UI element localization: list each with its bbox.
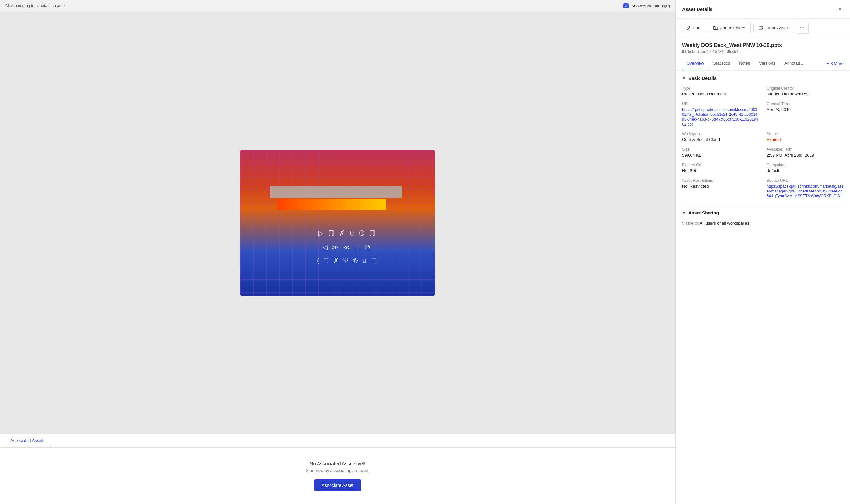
campaigns-label: Campaigns [767, 163, 844, 167]
clone-icon [759, 25, 763, 30]
type-label: Type [682, 86, 759, 91]
drag-hint-text: Click and drag to annotate an area [5, 3, 65, 8]
field-size: Size 599.04 KB [682, 147, 759, 158]
add-to-folder-button[interactable]: Add to Folder [708, 23, 750, 33]
asset-preview-container: ▷ ℿ ✗ ∪ ® ℿ ◁ ≫ ≪ ℿ ℗ ⟨ ℿ ✗ Ψ ® ∪ ℿ [0, 12, 675, 434]
status-label: Status [767, 132, 844, 136]
size-value: 599.04 KB [682, 153, 759, 158]
detail-tabs: Overview Statistics Notes Versions Annot… [675, 57, 850, 71]
field-source-url: Source URL https://space-qa4.sprinklr.co… [767, 178, 844, 198]
created-time-value: Apr 23, 2019 [767, 107, 844, 112]
close-button[interactable]: × [836, 5, 844, 13]
size-label: Size [682, 147, 759, 152]
url-label: URL [682, 102, 759, 106]
original-creator-label: Original Creator [767, 86, 844, 91]
tab-annotations[interactable]: Annotati... [780, 57, 808, 70]
asset-restrictions-value: Not Restricted [682, 184, 759, 188]
visible-to-value: All users of all workspaces [700, 221, 749, 226]
panel-title: Asset Details [682, 6, 712, 12]
workspace-label: Workspace [682, 132, 759, 136]
right-panel: Asset Details × Edit Add to Folder Clone… [675, 0, 850, 504]
campaigns-value: default [767, 168, 844, 173]
details-content: ▼ Basic Details Type Presentation Docume… [675, 71, 850, 504]
tab-versions[interactable]: Versions [755, 57, 780, 70]
annotation-bar: Click and drag to annotate an area ✓ Sho… [0, 0, 675, 12]
sharing-toggle-icon[interactable]: ▼ [682, 211, 686, 215]
workspace-value: Core & Social Cloud [682, 137, 759, 142]
more-options-button[interactable]: ··· [796, 22, 809, 34]
more-tabs-button[interactable]: + 3 More [827, 57, 844, 70]
field-original-creator: Original Creator sandeep karnawat PA1 [767, 86, 844, 96]
slide-symbols-2: ◁ ≫ ≪ ℿ ℗ [270, 243, 425, 251]
tab-associated-assets[interactable]: Associated Assets [5, 434, 50, 447]
tab-statistics[interactable]: Statistics [709, 57, 734, 70]
status-value: Expired [767, 137, 844, 142]
field-available-from: Available From 2:37 PM, April 23rd, 2019 [767, 147, 844, 158]
slide-symbols-3: ⟨ ℿ ✗ Ψ ® ∪ ℿ [270, 257, 425, 265]
bottom-tabs-row: Associated Assets [0, 434, 675, 448]
slide-bar-gray [270, 186, 402, 198]
empty-subtitle: Start now by associating an asset. [5, 468, 670, 473]
left-panel: Click and drag to annotate an area ✓ Sho… [0, 0, 675, 504]
expires-on-value: Not Set [682, 168, 759, 173]
clone-asset-button[interactable]: Clone Asset [753, 23, 793, 33]
asset-id: ID: 5cbed6fee4b01b784ea6dc54 [682, 50, 844, 54]
expires-on-label: Expires On [682, 163, 759, 167]
available-from-value: 2:37 PM, April 23rd, 2019 [767, 153, 844, 158]
action-bar: Edit Add to Folder Clone Asset ··· [675, 19, 850, 37]
slide-content: ▷ ℿ ✗ ∪ ® ℿ ◁ ≫ ≪ ℿ ℗ ⟨ ℿ ✗ Ψ ® ∪ ℿ [270, 186, 425, 265]
asset-info: Weekly DOS Deck_West PNW 10-30.pptx ID: … [675, 37, 850, 57]
field-asset-restrictions: Asset Restrictions Not Restricted [682, 178, 759, 198]
original-creator-value: sandeep karnawat PA1 [767, 92, 844, 96]
field-type: Type Presentation Document [682, 86, 759, 96]
asset-sharing-title: Asset Sharing [689, 210, 719, 215]
edit-button[interactable]: Edit [681, 23, 705, 33]
slide-symbols-1: ▷ ℿ ✗ ∪ ® ℿ [270, 229, 425, 237]
annotation-controls: ✓ Show Annotations(0) [623, 3, 670, 8]
field-campaigns: Campaigns default [767, 163, 844, 173]
edit-icon [686, 25, 691, 30]
asset-restrictions-label: Asset Restrictions [682, 178, 759, 183]
field-workspace: Workspace Core & Social Cloud [682, 132, 759, 142]
section-toggle-icon[interactable]: ▼ [682, 76, 686, 80]
field-expires-on: Expires On Not Set [682, 163, 759, 173]
asset-title: Weekly DOS Deck_West PNW 10-30.pptx [682, 42, 844, 48]
available-from-label: Available From [767, 147, 844, 152]
associate-asset-button[interactable]: Associate Asset [314, 480, 361, 491]
show-annotations-checkbox[interactable]: ✓ [623, 3, 628, 8]
slide-bar-orange [278, 199, 386, 210]
basic-details-title: Basic Details [689, 76, 716, 81]
asset-sharing-section-header: ▼ Asset Sharing [682, 210, 844, 215]
visible-to-label: Visible to: [682, 221, 699, 226]
field-created-time: Created Time Apr 23, 2019 [767, 102, 844, 126]
add-folder-icon [713, 25, 718, 30]
bottom-section: Associated Assets No Associated Assets y… [0, 434, 675, 504]
sharing-section: Visible to: All users of all workspaces [682, 221, 844, 226]
empty-title: No Associated Assets yet! [5, 461, 670, 466]
source-url-value[interactable]: https://space-qa4.sprinklr.com/marketing… [767, 184, 844, 198]
basic-details-section-header: ▼ Basic Details [682, 76, 844, 81]
svg-rect-0 [759, 27, 762, 30]
source-url-label: Source URL [767, 178, 844, 183]
tab-overview[interactable]: Overview [682, 57, 709, 70]
right-panel-header: Asset Details × [675, 0, 850, 19]
section-divider [682, 205, 844, 205]
field-status: Status Expired [767, 132, 844, 142]
created-time-label: Created Time [767, 102, 844, 106]
associated-assets-empty: No Associated Assets yet! Start now by a… [0, 448, 675, 504]
field-url: URL https://qa4-sprcdn-assets.sprinklr.c… [682, 102, 759, 126]
url-value[interactable]: https://qa4-sprcdn-assets.sprinklr.com/4… [682, 107, 758, 126]
show-annotations-label[interactable]: Show Annotations(0) [631, 3, 670, 8]
type-value: Presentation Document [682, 92, 759, 96]
tab-notes[interactable]: Notes [734, 57, 755, 70]
basic-details-grid: Type Presentation Document Original Crea… [682, 86, 844, 198]
asset-image: ▷ ℿ ✗ ∪ ® ℿ ◁ ≫ ≪ ℿ ℗ ⟨ ℿ ✗ Ψ ® ∪ ℿ [241, 150, 435, 296]
